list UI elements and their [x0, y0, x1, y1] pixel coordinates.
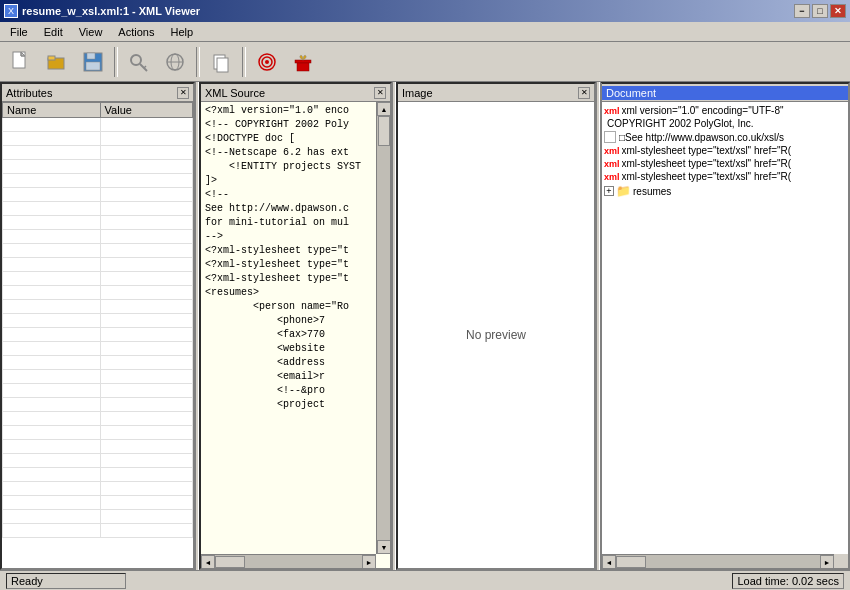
tree-expand-icon[interactable]: + — [604, 186, 614, 196]
menu-view[interactable]: View — [71, 24, 111, 40]
tree-node[interactable]: xmlxml-stylesheet type="text/xsl" href="… — [604, 157, 846, 170]
table-row — [3, 272, 193, 286]
svg-rect-20 — [295, 60, 311, 63]
image-content: No preview — [398, 102, 594, 568]
tree-node[interactable]: xmlxml version="1.0" encoding="UTF-8" — [604, 104, 846, 117]
document-tree-content: xmlxml version="1.0" encoding="UTF-8" CO… — [602, 102, 848, 568]
menu-file[interactable]: File — [2, 24, 36, 40]
close-button[interactable]: ✕ — [830, 4, 846, 18]
doc-scroll-horizontal[interactable]: ◄ ► — [602, 554, 834, 568]
xml-scroll-right[interactable]: ► — [362, 555, 376, 568]
attributes-close-button[interactable]: ✕ — [177, 87, 189, 99]
table-row — [3, 118, 193, 132]
tree-node[interactable]: xmlxml-stylesheet type="text/xsl" href="… — [604, 170, 846, 183]
status-ready: Ready — [6, 573, 126, 589]
table-row — [3, 174, 193, 188]
svg-line-11 — [144, 66, 146, 68]
attr-name-header: Name — [3, 103, 101, 118]
table-row — [3, 258, 193, 272]
xml-scroll-thumb-v[interactable] — [378, 116, 390, 146]
image-title: Image — [402, 87, 433, 99]
table-row — [3, 426, 193, 440]
svg-point-9 — [131, 55, 141, 65]
svg-point-19 — [265, 60, 269, 64]
xml-badge: xml — [604, 146, 620, 156]
menu-edit[interactable]: Edit — [36, 24, 71, 40]
xml-scroll-up[interactable]: ▲ — [377, 102, 390, 116]
table-row — [3, 132, 193, 146]
menu-bar: File Edit View Actions Help — [0, 22, 850, 42]
attributes-table: Name Value — [2, 102, 193, 538]
table-row — [3, 370, 193, 384]
tree-node-label: xml-stylesheet type="text/xsl" href="R( — [622, 171, 792, 182]
xml-source-close-button[interactable]: ✕ — [374, 87, 386, 99]
xml-scroll-down[interactable]: ▼ — [377, 540, 390, 554]
attributes-panel: Attributes ✕ Name Value — [0, 82, 195, 570]
globe-button[interactable] — [158, 45, 192, 79]
status-bar: Ready Load time: 0.02 secs — [0, 570, 850, 590]
table-row — [3, 188, 193, 202]
svg-rect-21 — [297, 63, 309, 71]
table-row — [3, 314, 193, 328]
document-title: Document — [602, 86, 848, 100]
svg-rect-5 — [48, 56, 55, 60]
gift-button[interactable] — [286, 45, 320, 79]
svg-rect-8 — [86, 62, 100, 70]
table-row — [3, 328, 193, 342]
open-button[interactable] — [40, 45, 74, 79]
no-preview-text: No preview — [398, 102, 594, 568]
table-row — [3, 468, 193, 482]
image-close-button[interactable]: ✕ — [578, 87, 590, 99]
tree-node[interactable]: COPYRIGHT 2002 PolyGlot, Inc. — [604, 117, 846, 130]
table-row — [3, 146, 193, 160]
xml-scroll-left[interactable]: ◄ — [201, 555, 215, 568]
save-button[interactable] — [76, 45, 110, 79]
image-panel: Image ✕ No preview — [396, 82, 596, 570]
document-panel-header: Document — [602, 84, 848, 102]
table-row — [3, 398, 193, 412]
xml-scroll-vertical[interactable]: ▲ ▼ — [376, 102, 390, 554]
target-button[interactable] — [250, 45, 284, 79]
xml-badge: xml — [604, 106, 620, 116]
main-area: Attributes ✕ Name Value — [0, 82, 850, 570]
scroll-corner — [834, 554, 848, 568]
xml-scroll-horizontal[interactable]: ◄ ► — [201, 554, 376, 568]
toolbar — [0, 42, 850, 82]
new-button[interactable] — [4, 45, 38, 79]
table-row — [3, 356, 193, 370]
tree-node[interactable]: □See http://www.dpawson.co.uk/xsl/s — [604, 130, 846, 144]
tree-node-label: COPYRIGHT 2002 PolyGlot, Inc. — [607, 118, 754, 129]
tree-node[interactable]: xmlxml-stylesheet type="text/xsl" href="… — [604, 144, 846, 157]
doc-scroll-thumb[interactable] — [616, 556, 646, 568]
toolbar-separator-2 — [196, 47, 200, 77]
doc-scroll-left[interactable]: ◄ — [602, 555, 616, 568]
attributes-title: Attributes — [6, 87, 52, 99]
maximize-button[interactable]: □ — [812, 4, 828, 18]
xml-badge: xml — [604, 159, 620, 169]
status-load-time: Load time: 0.02 secs — [732, 573, 844, 589]
table-row — [3, 510, 193, 524]
doc-scroll-right[interactable]: ► — [820, 555, 834, 568]
window-title: resume_w_xsl.xml:1 - XML Viewer — [22, 5, 200, 17]
copy-button[interactable] — [204, 45, 238, 79]
xml-source-title: XML Source — [205, 87, 265, 99]
document-panel: Document xmlxml version="1.0" encoding="… — [600, 82, 850, 570]
xml-scroll-track-h — [215, 555, 362, 568]
tree-node-label: resumes — [633, 186, 671, 197]
tree-node[interactable]: +📁resumes — [604, 183, 846, 199]
xml-source-panel-header: XML Source ✕ — [201, 84, 390, 102]
key-button[interactable] — [122, 45, 156, 79]
xml-scroll-thumb-h[interactable] — [215, 556, 245, 568]
svg-line-10 — [140, 64, 147, 71]
menu-help[interactable]: Help — [162, 24, 201, 40]
menu-actions[interactable]: Actions — [110, 24, 162, 40]
title-bar: X resume_w_xsl.xml:1 - XML Viewer − □ ✕ — [0, 0, 850, 22]
table-row — [3, 244, 193, 258]
table-row — [3, 384, 193, 398]
minimize-button[interactable]: − — [794, 4, 810, 18]
xml-text[interactable]: <?xml version="1.0" enco <!-- COPYRIGHT … — [201, 102, 390, 568]
table-row — [3, 216, 193, 230]
image-panel-header: Image ✕ — [398, 84, 594, 102]
document-tree: xmlxml version="1.0" encoding="UTF-8" CO… — [602, 102, 848, 568]
table-row — [3, 230, 193, 244]
